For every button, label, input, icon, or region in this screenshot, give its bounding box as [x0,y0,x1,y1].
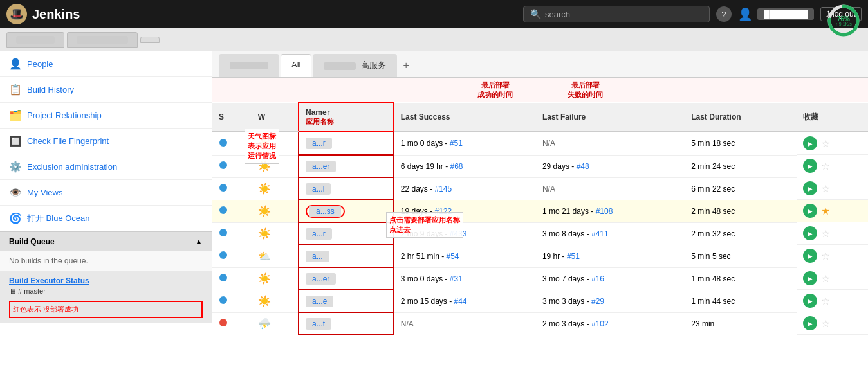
executor-item-master[interactable]: 🖥 # master [9,285,203,297]
exclusion-icon: ⚙️ [9,161,22,173]
job-name[interactable]: a...er [306,161,336,172]
job-name[interactable]: a... [306,251,329,262]
job-name[interactable]: a...r [306,138,332,149]
last-success-link[interactable]: #68 [450,162,463,171]
col-name[interactable]: Name↑ 应用名称 [299,103,394,132]
schedule-button[interactable]: ▶ [803,226,817,240]
schedule-button[interactable]: ▶ [803,271,817,285]
last-failure-link[interactable]: #48 [577,162,589,171]
tab-m-first[interactable] [219,54,279,77]
weather-icon: ☀️ [258,296,271,307]
last-failure-link[interactable]: #102 [591,319,609,328]
breadcrumb-tab-2[interactable] [140,37,160,43]
last-failure-cell: 3 mo 3 days - #29 [536,290,685,312]
last-failure-link[interactable]: #51 [567,252,580,261]
jenkins-logo[interactable]: 🎩 Jenkins [6,4,80,24]
table-row: ⛅a...2 hr 51 min - #5419 hr - #515 min 5… [212,245,868,267]
status-cell [212,267,252,290]
breadcrumb-tab-1[interactable] [67,32,138,48]
annotation-red-text: 红色表示 没部署成功 [13,305,78,313]
search-bar: 🔍 [523,6,710,22]
svg-point-6 [219,229,227,236]
table-row: ☀️a...er6 days 19 hr - #6829 days - #482… [212,155,868,177]
job-name[interactable]: a...e [306,296,333,307]
name-cell[interactable]: a...r [299,132,394,155]
col-last-success[interactable]: Last Success [394,103,536,132]
schedule-button[interactable]: ▶ [803,159,817,173]
table-row: ☀️a...e2 mo 15 days - #443 mo 3 days - #… [212,290,868,312]
name-cell[interactable]: a...r [299,222,394,245]
schedule-button[interactable]: ▶ [803,136,817,150]
tab-m-service[interactable]: 高服务 [313,54,397,77]
job-name[interactable]: a...t [306,318,331,330]
col-last-failure[interactable]: Last Failure [536,103,685,132]
last-success-link[interactable]: #145 [434,184,452,193]
status-icon [219,206,228,217]
name-cell[interactable]: a...er [299,267,394,290]
breadcrumb-tab-0[interactable] [6,32,64,48]
schedule-button[interactable]: ▶ [803,204,817,218]
weather-icon: ☀️ [258,183,271,194]
build-executor-title[interactable]: Build Executor Status [9,276,203,285]
sidebar-item-people[interactable]: 👤 People [0,51,212,77]
name-cell[interactable]: a...l [299,177,394,200]
status-cell [212,245,252,267]
sidebar-item-blueocean[interactable]: 🌀 打开 Blue Ocean [0,206,212,231]
favorite-star[interactable]: ☆ [821,272,830,285]
last-success-cell: 3 mo 0 days - #31 [394,267,536,290]
duration-cell: 6 min 22 sec [685,177,797,200]
name-cell[interactable]: a... [299,245,394,267]
sidebar-item-build-history[interactable]: 📋 Build History [0,77,212,103]
favorite-star[interactable]: ☆ [821,295,830,307]
name-cell[interactable]: a...t [299,312,394,335]
status-icon [219,184,228,194]
weather-cell: ☀️ [252,290,299,312]
favorite-star[interactable]: ☆ [821,317,830,330]
favorite-star[interactable]: ☆ [821,183,830,195]
favorite-star[interactable]: ★ [821,205,830,217]
tab-all[interactable]: All [281,54,311,77]
favorite-star[interactable]: ☆ [821,138,830,150]
job-name[interactable]: a...er [306,273,336,285]
sidebar-item-project-relationship[interactable]: 🗂️ Project Relationship [0,103,212,129]
last-success-link[interactable]: #31 [450,274,463,283]
myviews-icon: 👁️ [9,186,22,199]
last-success-link[interactable]: #54 [446,252,459,261]
last-failure-link[interactable]: #108 [596,207,613,216]
favorite-star[interactable]: ☆ [821,250,830,262]
schedule-button[interactable]: ▶ [803,316,817,330]
sidebar-item-fingerprint[interactable]: 🔲 Check File Fingerprint [0,129,212,154]
schedule-button[interactable]: ▶ [803,249,817,263]
col-s: S [212,103,252,132]
schedule-button[interactable]: ▶ [803,181,817,195]
last-success-link[interactable]: #51 [450,139,463,148]
name-cell[interactable]: a...er [299,155,394,177]
build-queue-header[interactable]: Build Queue ▲ [0,232,212,251]
name-cell[interactable]: a...ss [299,200,394,222]
schedule-button[interactable]: ▶ [803,294,817,308]
sidebar-item-myviews[interactable]: 👁️ My Views [0,180,212,206]
favorite-star[interactable]: ☆ [821,160,830,172]
name-cell[interactable]: a...e [299,290,394,312]
job-name[interactable]: a...ss [309,206,341,217]
sidebar-item-project-relationship-label: Project Relationship [27,111,102,120]
favorite-star[interactable]: ☆ [821,227,830,240]
duration-cell: 5 min 18 sec [685,132,797,155]
last-success-cell: 22 days - #145 [394,177,536,200]
last-failure-link[interactable]: #16 [591,274,604,283]
job-name[interactable]: a...r [306,228,332,240]
job-name[interactable]: a...l [306,183,331,195]
last-success-link[interactable]: #122 [434,207,452,216]
last-success-link[interactable]: #44 [454,297,467,306]
last-failure-link[interactable]: #411 [591,229,609,238]
help-icon[interactable]: ? [716,6,732,22]
sidebar-item-blueocean-label: 打开 Blue Ocean [27,213,90,224]
last-success-link[interactable]: #433 [450,229,467,238]
last-failure-link[interactable]: #29 [591,297,604,306]
svg-point-7 [219,251,227,259]
tab-add-icon[interactable]: + [398,54,414,77]
sidebar-item-exclusion[interactable]: ⚙️ Exclusion administration [0,154,212,180]
search-input[interactable] [545,10,687,19]
last-success-cell: 2 mo 15 days - #44 [394,290,536,312]
user-name: ████████ [757,8,814,20]
